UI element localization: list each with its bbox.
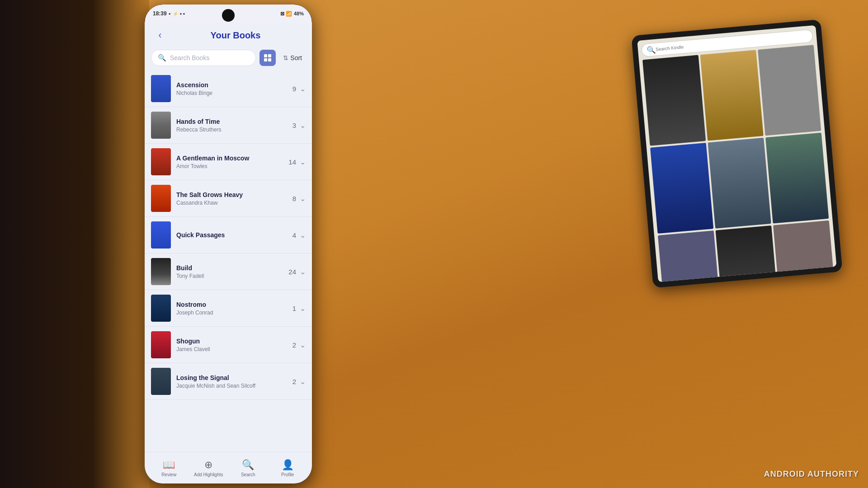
book-chevron-4[interactable]: ⌄ [300,231,306,239]
status-battery: 48% [294,11,304,16]
phone-screen: ‹ Your Books 🔍 Search Books ⇅ Sort [145,23,312,483]
book-cover-1 [151,112,171,139]
kindle-search-icon: 🔍 [646,45,656,55]
book-list-item[interactable]: A Gentleman in Moscow Amor Towles 14 ⌄ [145,144,312,180]
book-count-5: 24 [288,268,296,276]
nav-label-3: Profile [281,472,294,477]
nav-icon-1: ⊕ [204,459,212,471]
book-title-8: Losing the Signal [176,374,292,382]
book-list-item[interactable]: Hands of Time Rebecca Struthers 3 ⌄ [145,107,312,144]
book-cover-0 [151,75,171,102]
smartphone: 18:39 ● ⚡ ● ● ⊠ 📶 48% ‹ Your Books 🔍 Sea… [145,5,312,483]
status-left: 18:39 ● ⚡ ● ● [153,10,185,17]
book-list-item[interactable]: The Salt Grows Heavy Cassandra Khaw 8 ⌄ [145,180,312,217]
book-chevron-0[interactable]: ⌄ [300,84,306,93]
book-list-item[interactable]: Build Tony Fadell 24 ⌄ [145,253,312,290]
nav-item-search[interactable]: 🔍 Search [228,459,268,477]
search-placeholder-text: Search Books [170,54,209,61]
nav-label-2: Search [241,472,255,477]
nav-item-review[interactable]: 📖 Review [149,459,189,477]
book-list-item[interactable]: Losing the Signal Jacquie McNish and Sea… [145,363,312,400]
book-cover-4 [151,221,171,249]
book-list-item[interactable]: Nostromo Joseph Conrad 1 ⌄ [145,290,312,327]
book-info-2: A Gentleman in Moscow Amor Towles [176,154,288,169]
kindle-device: 🔍 [631,19,842,288]
nav-item-profile[interactable]: 👤 Profile [268,459,308,477]
book-title-3: The Salt Grows Heavy [176,191,292,199]
book-count-0: 9 [292,85,296,93]
book-cover-3 [151,185,171,212]
back-button[interactable]: ‹ [153,28,167,42]
search-box[interactable]: 🔍 Search Books [151,50,256,66]
grid-cell-4 [268,58,271,61]
book-title-5: Build [176,264,288,272]
book-chevron-5[interactable]: ⌄ [300,267,306,276]
kindle-cover-8 [716,225,779,282]
book-list-item[interactable]: Quick Passages 4 ⌄ [145,217,312,253]
search-icon: 🔍 [158,54,166,62]
book-chevron-3[interactable]: ⌄ [300,194,306,203]
book-chevron-7[interactable]: ⌄ [300,341,306,349]
camera-notch [222,9,235,22]
book-cover-2 [151,148,171,175]
sort-icon: ⇅ [283,54,288,61]
kindle-cover-lincoln [700,50,764,141]
book-title-2: A Gentleman in Moscow [176,154,288,162]
book-chevron-2[interactable]: ⌄ [300,158,306,166]
grid-icon [264,54,271,61]
kindle-cover-abominable [708,137,771,228]
book-cover-5 [151,258,171,285]
kindle-cover-3 [758,45,821,136]
status-dot1: ● [169,12,171,16]
kindle-book-grid [642,45,836,282]
nav-icon-0: 📖 [163,459,175,471]
book-author-1: Rebecca Struthers [176,127,292,133]
book-cover-6 [151,295,171,322]
search-sort-row: 🔍 Search Books ⇅ Sort [145,46,312,70]
book-author-5: Tony Fadell [176,273,288,279]
book-count-8: 2 [292,378,296,385]
status-right: ⊠ 📶 48% [280,11,304,17]
book-title-6: Nostromo [176,300,292,309]
book-cover-7 [151,331,171,358]
book-author-2: Amor Towles [176,163,288,169]
watermark: ANDROID AUTHORITY [764,469,859,479]
nav-item-add-highlights[interactable]: ⊕ Add Highlights [189,459,229,477]
book-author-7: James Clavell [176,346,292,352]
background-left-dark [0,0,154,488]
book-chevron-8[interactable]: ⌄ [300,377,306,386]
grid-cell-2 [268,54,271,57]
book-info-1: Hands of Time Rebecca Struthers [176,117,292,133]
book-author-6: Joseph Conrad [176,310,292,316]
nav-label-1: Add Highlights [194,472,223,477]
book-author-0: Nicholas Binge [176,90,292,96]
book-author-3: Cassandra Khaw [176,200,292,206]
sort-button[interactable]: ⇅ Sort [279,52,306,64]
grid-cell-1 [264,54,267,57]
book-info-3: The Salt Grows Heavy Cassandra Khaw [176,191,292,206]
status-lightning: ⚡ [173,11,178,16]
kindle-screen: 🔍 [637,25,836,282]
book-info-6: Nostromo Joseph Conrad [176,300,292,316]
book-cover-8 [151,368,171,395]
book-list-item[interactable]: Ascension Nicholas Binge 9 ⌄ [145,70,312,107]
book-list: Ascension Nicholas Binge 9 ⌄ Hands of Ti… [145,70,312,452]
book-info-4: Quick Passages [176,231,292,239]
status-icons: ⊠ 📶 [280,11,292,17]
nav-icon-3: 👤 [282,459,294,471]
book-info-0: Ascension Nicholas Binge [176,81,292,96]
book-info-7: Shogun James Clavell [176,337,292,352]
nav-label-0: Review [161,472,176,477]
grid-view-button[interactable] [259,50,276,66]
book-chevron-6[interactable]: ⌄ [300,304,306,313]
book-chevron-1[interactable]: ⌄ [300,121,306,130]
back-icon: ‹ [158,29,161,41]
kindle-cover-7 [658,230,721,282]
book-list-item[interactable]: Shogun James Clavell 2 ⌄ [145,327,312,363]
page-title: Your Books [167,30,304,41]
bottom-nav: 📖 Review ⊕ Add Highlights 🔍 Search 👤 Pro… [145,452,312,483]
book-info-8: Losing the Signal Jacquie McNish and Sea… [176,374,292,389]
grid-cell-3 [264,58,267,61]
book-author-8: Jacquie McNish and Sean Silcoff [176,383,292,389]
kindle-cover-brandon [650,143,713,234]
